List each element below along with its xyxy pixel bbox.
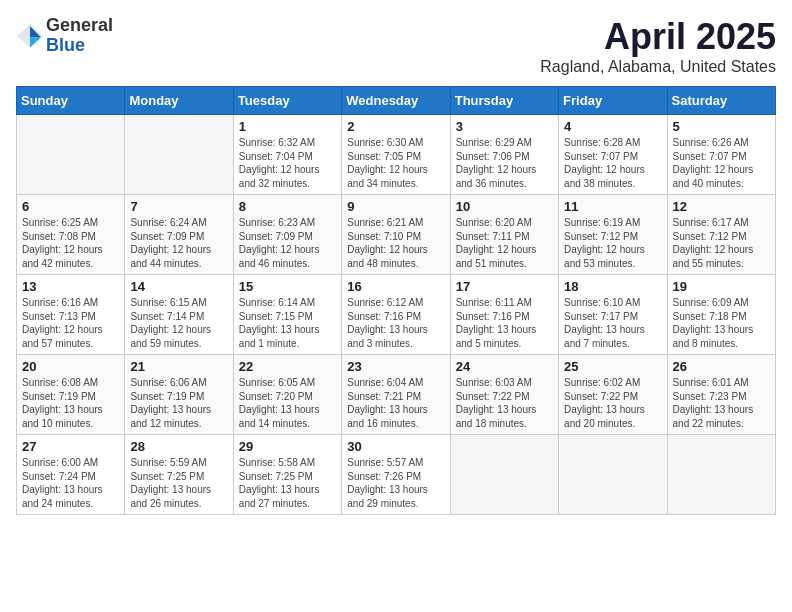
day-number: 23 bbox=[347, 359, 444, 374]
day-cell: 5Sunrise: 6:26 AM Sunset: 7:07 PM Daylig… bbox=[667, 115, 775, 195]
day-number: 3 bbox=[456, 119, 553, 134]
day-info: Sunrise: 6:09 AM Sunset: 7:18 PM Dayligh… bbox=[673, 296, 770, 350]
logo: General Blue bbox=[16, 16, 113, 56]
day-number: 6 bbox=[22, 199, 119, 214]
page-header: General Blue April 2025 Ragland, Alabama… bbox=[16, 16, 776, 76]
day-cell: 14Sunrise: 6:15 AM Sunset: 7:14 PM Dayli… bbox=[125, 275, 233, 355]
day-info: Sunrise: 6:20 AM Sunset: 7:11 PM Dayligh… bbox=[456, 216, 553, 270]
day-cell: 29Sunrise: 5:58 AM Sunset: 7:25 PM Dayli… bbox=[233, 435, 341, 515]
day-number: 7 bbox=[130, 199, 227, 214]
day-number: 26 bbox=[673, 359, 770, 374]
day-info: Sunrise: 6:29 AM Sunset: 7:06 PM Dayligh… bbox=[456, 136, 553, 190]
weekday-header-saturday: Saturday bbox=[667, 87, 775, 115]
day-info: Sunrise: 5:59 AM Sunset: 7:25 PM Dayligh… bbox=[130, 456, 227, 510]
day-cell: 12Sunrise: 6:17 AM Sunset: 7:12 PM Dayli… bbox=[667, 195, 775, 275]
day-number: 24 bbox=[456, 359, 553, 374]
weekday-header-monday: Monday bbox=[125, 87, 233, 115]
day-info: Sunrise: 6:11 AM Sunset: 7:16 PM Dayligh… bbox=[456, 296, 553, 350]
day-info: Sunrise: 6:15 AM Sunset: 7:14 PM Dayligh… bbox=[130, 296, 227, 350]
day-number: 11 bbox=[564, 199, 661, 214]
day-info: Sunrise: 6:19 AM Sunset: 7:12 PM Dayligh… bbox=[564, 216, 661, 270]
day-info: Sunrise: 6:23 AM Sunset: 7:09 PM Dayligh… bbox=[239, 216, 336, 270]
week-row-5: 27Sunrise: 6:00 AM Sunset: 7:24 PM Dayli… bbox=[17, 435, 776, 515]
day-info: Sunrise: 6:08 AM Sunset: 7:19 PM Dayligh… bbox=[22, 376, 119, 430]
day-cell: 27Sunrise: 6:00 AM Sunset: 7:24 PM Dayli… bbox=[17, 435, 125, 515]
day-cell bbox=[125, 115, 233, 195]
day-number: 8 bbox=[239, 199, 336, 214]
weekday-header-row: SundayMondayTuesdayWednesdayThursdayFrid… bbox=[17, 87, 776, 115]
day-info: Sunrise: 6:26 AM Sunset: 7:07 PM Dayligh… bbox=[673, 136, 770, 190]
day-cell: 25Sunrise: 6:02 AM Sunset: 7:22 PM Dayli… bbox=[559, 355, 667, 435]
week-row-2: 6Sunrise: 6:25 AM Sunset: 7:08 PM Daylig… bbox=[17, 195, 776, 275]
day-cell bbox=[450, 435, 558, 515]
day-cell: 8Sunrise: 6:23 AM Sunset: 7:09 PM Daylig… bbox=[233, 195, 341, 275]
day-cell: 16Sunrise: 6:12 AM Sunset: 7:16 PM Dayli… bbox=[342, 275, 450, 355]
day-number: 13 bbox=[22, 279, 119, 294]
logo-icon bbox=[16, 22, 44, 50]
day-number: 9 bbox=[347, 199, 444, 214]
day-number: 29 bbox=[239, 439, 336, 454]
logo-text: General Blue bbox=[46, 16, 113, 56]
day-cell: 9Sunrise: 6:21 AM Sunset: 7:10 PM Daylig… bbox=[342, 195, 450, 275]
day-cell: 7Sunrise: 6:24 AM Sunset: 7:09 PM Daylig… bbox=[125, 195, 233, 275]
day-info: Sunrise: 6:17 AM Sunset: 7:12 PM Dayligh… bbox=[673, 216, 770, 270]
day-cell: 1Sunrise: 6:32 AM Sunset: 7:04 PM Daylig… bbox=[233, 115, 341, 195]
week-row-4: 20Sunrise: 6:08 AM Sunset: 7:19 PM Dayli… bbox=[17, 355, 776, 435]
day-cell: 11Sunrise: 6:19 AM Sunset: 7:12 PM Dayli… bbox=[559, 195, 667, 275]
day-info: Sunrise: 6:03 AM Sunset: 7:22 PM Dayligh… bbox=[456, 376, 553, 430]
day-number: 16 bbox=[347, 279, 444, 294]
weekday-header-thursday: Thursday bbox=[450, 87, 558, 115]
day-cell: 30Sunrise: 5:57 AM Sunset: 7:26 PM Dayli… bbox=[342, 435, 450, 515]
day-number: 19 bbox=[673, 279, 770, 294]
day-cell: 18Sunrise: 6:10 AM Sunset: 7:17 PM Dayli… bbox=[559, 275, 667, 355]
day-cell: 26Sunrise: 6:01 AM Sunset: 7:23 PM Dayli… bbox=[667, 355, 775, 435]
day-info: Sunrise: 6:30 AM Sunset: 7:05 PM Dayligh… bbox=[347, 136, 444, 190]
day-info: Sunrise: 6:21 AM Sunset: 7:10 PM Dayligh… bbox=[347, 216, 444, 270]
day-info: Sunrise: 6:06 AM Sunset: 7:19 PM Dayligh… bbox=[130, 376, 227, 430]
day-cell: 23Sunrise: 6:04 AM Sunset: 7:21 PM Dayli… bbox=[342, 355, 450, 435]
day-cell bbox=[17, 115, 125, 195]
day-info: Sunrise: 6:05 AM Sunset: 7:20 PM Dayligh… bbox=[239, 376, 336, 430]
weekday-header-tuesday: Tuesday bbox=[233, 87, 341, 115]
logo-general: General bbox=[46, 16, 113, 36]
day-number: 10 bbox=[456, 199, 553, 214]
day-cell: 15Sunrise: 6:14 AM Sunset: 7:15 PM Dayli… bbox=[233, 275, 341, 355]
day-cell: 21Sunrise: 6:06 AM Sunset: 7:19 PM Dayli… bbox=[125, 355, 233, 435]
day-number: 20 bbox=[22, 359, 119, 374]
day-info: Sunrise: 6:16 AM Sunset: 7:13 PM Dayligh… bbox=[22, 296, 119, 350]
day-number: 15 bbox=[239, 279, 336, 294]
logo-blue: Blue bbox=[46, 36, 113, 56]
day-cell: 19Sunrise: 6:09 AM Sunset: 7:18 PM Dayli… bbox=[667, 275, 775, 355]
day-info: Sunrise: 6:14 AM Sunset: 7:15 PM Dayligh… bbox=[239, 296, 336, 350]
day-info: Sunrise: 5:57 AM Sunset: 7:26 PM Dayligh… bbox=[347, 456, 444, 510]
day-info: Sunrise: 6:12 AM Sunset: 7:16 PM Dayligh… bbox=[347, 296, 444, 350]
day-number: 28 bbox=[130, 439, 227, 454]
day-cell: 2Sunrise: 6:30 AM Sunset: 7:05 PM Daylig… bbox=[342, 115, 450, 195]
day-number: 12 bbox=[673, 199, 770, 214]
day-number: 14 bbox=[130, 279, 227, 294]
day-info: Sunrise: 6:28 AM Sunset: 7:07 PM Dayligh… bbox=[564, 136, 661, 190]
day-number: 22 bbox=[239, 359, 336, 374]
day-cell: 3Sunrise: 6:29 AM Sunset: 7:06 PM Daylig… bbox=[450, 115, 558, 195]
day-cell: 10Sunrise: 6:20 AM Sunset: 7:11 PM Dayli… bbox=[450, 195, 558, 275]
day-cell bbox=[559, 435, 667, 515]
day-number: 5 bbox=[673, 119, 770, 134]
day-info: Sunrise: 6:10 AM Sunset: 7:17 PM Dayligh… bbox=[564, 296, 661, 350]
calendar: SundayMondayTuesdayWednesdayThursdayFrid… bbox=[16, 86, 776, 515]
month-year: April 2025 bbox=[540, 16, 776, 58]
day-number: 2 bbox=[347, 119, 444, 134]
day-info: Sunrise: 6:24 AM Sunset: 7:09 PM Dayligh… bbox=[130, 216, 227, 270]
day-cell: 17Sunrise: 6:11 AM Sunset: 7:16 PM Dayli… bbox=[450, 275, 558, 355]
day-cell: 24Sunrise: 6:03 AM Sunset: 7:22 PM Dayli… bbox=[450, 355, 558, 435]
weekday-header-friday: Friday bbox=[559, 87, 667, 115]
day-cell: 13Sunrise: 6:16 AM Sunset: 7:13 PM Dayli… bbox=[17, 275, 125, 355]
day-info: Sunrise: 6:25 AM Sunset: 7:08 PM Dayligh… bbox=[22, 216, 119, 270]
location: Ragland, Alabama, United States bbox=[540, 58, 776, 76]
title-section: April 2025 Ragland, Alabama, United Stat… bbox=[540, 16, 776, 76]
day-info: Sunrise: 6:00 AM Sunset: 7:24 PM Dayligh… bbox=[22, 456, 119, 510]
week-row-1: 1Sunrise: 6:32 AM Sunset: 7:04 PM Daylig… bbox=[17, 115, 776, 195]
day-number: 30 bbox=[347, 439, 444, 454]
day-cell: 22Sunrise: 6:05 AM Sunset: 7:20 PM Dayli… bbox=[233, 355, 341, 435]
day-info: Sunrise: 6:04 AM Sunset: 7:21 PM Dayligh… bbox=[347, 376, 444, 430]
day-cell: 28Sunrise: 5:59 AM Sunset: 7:25 PM Dayli… bbox=[125, 435, 233, 515]
